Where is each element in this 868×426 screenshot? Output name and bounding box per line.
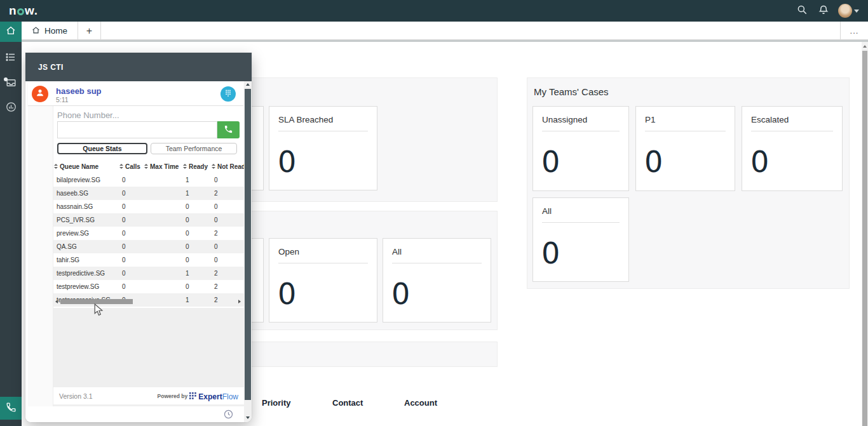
triangle-up-icon <box>863 45 867 48</box>
card-value: 0 <box>750 147 842 176</box>
dialpad-icon <box>224 88 233 100</box>
notifications-button[interactable] <box>817 4 831 18</box>
scroll-up-arrow-icon[interactable] <box>246 83 250 86</box>
sidebar-item-home[interactable] <box>0 22 22 42</box>
table-row[interactable]: haseeb.SG012 <box>53 187 244 200</box>
version-label: Version 3.1 <box>59 392 93 400</box>
plus-icon: + <box>86 25 92 37</box>
card-value: 0 <box>278 279 377 309</box>
scroll-left-arrow-icon[interactable] <box>55 300 58 303</box>
table-horizontal-scrollbar[interactable] <box>53 298 244 305</box>
column-header-max-time[interactable]: Max Time <box>144 163 182 170</box>
tab-bar: Home + ... <box>22 22 868 40</box>
scrollbar-thumb[interactable] <box>862 51 867 426</box>
sort-icon <box>54 164 58 169</box>
column-header-account[interactable]: Account <box>404 398 437 408</box>
user-menu[interactable] <box>838 4 859 18</box>
chevron-down-icon <box>854 10 859 13</box>
card-label: P1 <box>645 115 726 131</box>
card-unassigned[interactable]: Unassigned 0 <box>532 106 629 191</box>
call-button[interactable] <box>217 121 240 138</box>
tab-label: Home <box>44 26 67 36</box>
sort-icon <box>212 164 215 169</box>
agent-header: haseeb sup 5:11 <box>28 83 243 106</box>
chart-circle-icon <box>5 101 17 116</box>
table-row[interactable]: QA.SG000 <box>53 240 244 253</box>
scroll-down-arrow-icon[interactable] <box>246 416 250 419</box>
card-open[interactable]: Open 0 <box>269 238 377 323</box>
column-header-ready[interactable]: Ready <box>182 163 211 170</box>
phone-icon <box>224 124 233 136</box>
card-p1[interactable]: P1 0 <box>635 106 735 191</box>
phone-number-label: Phone Number... <box>57 110 119 120</box>
top-header: nw. <box>0 0 868 22</box>
card-label: Open <box>278 247 368 263</box>
sidebar-item-cti-phone[interactable] <box>0 397 22 420</box>
search-button[interactable] <box>795 4 809 18</box>
more-options-button[interactable]: ... <box>840 22 868 40</box>
agent-name: haseeb sup <box>56 86 102 96</box>
table-row[interactable]: tahir.SG000 <box>53 253 244 267</box>
table-row[interactable]: PCS_IVR.SG000 <box>53 213 244 227</box>
sidebar-item-lists[interactable] <box>0 48 22 69</box>
content-divider <box>22 40 868 42</box>
team-performance-tab[interactable]: Team Performance <box>151 143 237 154</box>
card-sla-breached[interactable]: SLA Breached 0 <box>269 106 377 190</box>
js-cti-panel: JS CTI haseeb sup 5:11 <box>25 53 252 422</box>
cti-panel-body: haseeb sup 5:11 Phone Number... <box>25 81 244 406</box>
history-clock-button[interactable] <box>223 409 234 420</box>
sort-icon <box>119 164 123 169</box>
card-teams-all[interactable]: All 0 <box>532 197 629 282</box>
column-header-priority[interactable]: Priority <box>262 398 291 408</box>
phone-number-input[interactable] <box>57 121 217 138</box>
powered-by-brand: Powered by ExpertFlow <box>158 390 238 402</box>
agent-timer: 5:11 <box>56 96 69 103</box>
card-label: Unassigned <box>542 115 620 131</box>
case-list-section-header <box>229 342 498 367</box>
widget-footer: Version 3.1 Powered by ExpertFlow <box>53 387 244 404</box>
queue-stats-tab[interactable]: Queue Stats <box>57 143 147 154</box>
card-escalated[interactable]: Escalated 0 <box>742 106 843 191</box>
table-row[interactable]: preview.SG002 <box>53 227 244 240</box>
column-header-contact[interactable]: Contact <box>332 398 363 408</box>
cti-panel-header[interactable]: JS CTI <box>25 53 252 81</box>
phone-icon <box>6 402 17 415</box>
table-row[interactable]: hassnain.SG000 <box>53 200 244 213</box>
card-value: 0 <box>278 147 377 176</box>
queue-stats-table: Queue Name Calls Max Time Ready Not Read… <box>53 159 244 307</box>
column-header-not-ready[interactable]: Not Ready <box>211 163 244 170</box>
sidebar-item-dashboards[interactable] <box>0 98 22 118</box>
scrollbar-up-arrow[interactable] <box>862 42 868 50</box>
scroll-right-arrow-icon[interactable] <box>238 300 241 303</box>
card-all[interactable]: All 0 <box>383 238 491 323</box>
table-row[interactable]: testpredictive.SG012 <box>53 267 244 280</box>
card-label: SLA Breached <box>278 115 368 131</box>
left-sidebar <box>0 22 22 426</box>
card-value: 0 <box>644 147 735 176</box>
page-scrollbar[interactable] <box>862 42 868 426</box>
card-label: All <box>542 206 620 223</box>
column-header-calls[interactable]: Calls <box>119 163 144 170</box>
sort-icon <box>183 164 187 169</box>
ellipsis-icon: ... <box>850 26 859 36</box>
widget-content: Phone Number... Queue Stats Team Perform… <box>53 106 244 406</box>
add-tab-button[interactable]: + <box>78 22 101 40</box>
tab-home[interactable]: Home <box>22 22 78 40</box>
dial-and-stats-card: Phone Number... Queue Stats Team Perform… <box>53 106 244 308</box>
section-title: My Teams' Cases <box>534 86 609 97</box>
card-label: Escalated <box>751 115 833 131</box>
vscroll-thumb[interactable] <box>245 89 251 400</box>
hscroll-thumb[interactable] <box>60 299 133 304</box>
home-icon <box>32 26 40 36</box>
sidebar-item-inbox[interactable] <box>0 74 22 94</box>
screen: SLA Breached 0 Open 0 All 0 My Teams' Ca… <box>0 0 868 426</box>
dialpad-button[interactable] <box>220 86 236 102</box>
servicenow-logo: nw. <box>9 4 37 18</box>
avatar <box>838 4 852 18</box>
table-row[interactable]: bilalpreview.SG010 <box>53 173 244 187</box>
table-row[interactable]: testpreview.SG002 <box>53 280 244 293</box>
card-value: 0 <box>541 147 628 176</box>
column-header-queue-name[interactable]: Queue Name <box>53 163 119 170</box>
card-value: 0 <box>541 239 628 268</box>
cti-vertical-scrollbar[interactable] <box>244 81 252 422</box>
